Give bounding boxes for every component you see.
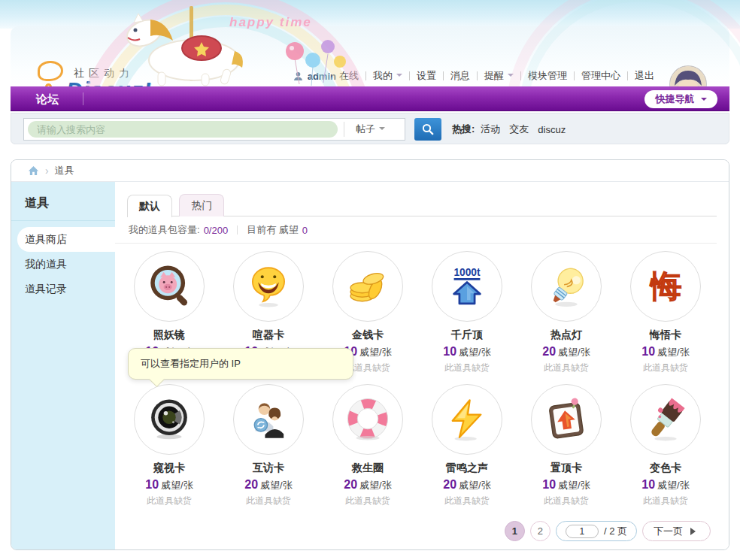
item-button-huiwuka[interactable]: 悔	[630, 251, 701, 322]
item-button-jiushengquan[interactable]	[332, 384, 403, 455]
balance-label: 目前有 威望	[247, 223, 299, 237]
menu-logout[interactable]: 退出	[635, 69, 654, 83]
item-name[interactable]: 雷鸣之声	[417, 462, 517, 475]
next-page-button[interactable]: 下一页	[642, 521, 711, 541]
svg-text:悔: 悔	[649, 269, 681, 304]
item-name[interactable]: 悔悟卡	[616, 328, 715, 342]
regret-character-icon: 悔	[641, 262, 690, 311]
item-price: 20威望/张	[417, 478, 517, 492]
sidebar-title: 道具	[11, 189, 115, 221]
svg-text:1000t: 1000t	[453, 267, 481, 278]
tab-hot[interactable]: 热门	[179, 194, 224, 216]
search-box: 帖子	[23, 118, 405, 141]
sidebar-item-my-items[interactable]: 我的道具	[11, 252, 115, 277]
home-icon[interactable]	[28, 165, 39, 176]
main-body: 道具 道具商店 我的道具 道具记录 默认 热门 我的道具包容量: 0/200 目…	[11, 182, 729, 550]
item-price: 10威望/张	[517, 478, 616, 492]
menu-messages[interactable]: 消息	[450, 69, 470, 83]
hot-link-friends[interactable]: 交友	[509, 123, 529, 136]
main-navbar: 论坛 快捷导航	[11, 86, 729, 111]
breadcrumb-current[interactable]: 道具	[55, 164, 74, 177]
sidebar-item-records[interactable]: 道具记录	[11, 277, 115, 301]
item-name[interactable]: 互访卡	[219, 462, 318, 475]
item-button-kuishika[interactable]	[134, 384, 205, 455]
item-name[interactable]: 窥视卡	[120, 462, 219, 475]
item-name[interactable]: 变色卡	[616, 462, 715, 475]
username-link[interactable]: admin	[308, 71, 336, 82]
quick-nav-button[interactable]: 快捷导航	[644, 90, 717, 108]
item-stock: 此道具缺货	[417, 362, 517, 374]
quick-nav-label: 快捷导航	[655, 93, 694, 104]
header: 社区动力 Discuz! admin 在线 我的 设置 消息 提醒 模块管理 管…	[11, 26, 729, 86]
shop-tabs: 默认 热门	[127, 194, 717, 216]
search-band: 帖子 热搜: 活动 交友 discuz	[11, 113, 729, 144]
search-icon	[422, 123, 434, 135]
sidebar-item-shop[interactable]: 道具商店	[17, 227, 115, 252]
gold-coins-icon	[343, 262, 393, 311]
light-bulb-icon	[541, 262, 591, 311]
item-name[interactable]: 千斤顶	[417, 328, 517, 342]
user-status: 在线	[339, 69, 359, 83]
lightning-bolt-icon	[442, 395, 492, 444]
item-button-qianjinding[interactable]: 1000t	[432, 251, 502, 322]
item-name[interactable]: 置顶卡	[517, 462, 616, 475]
item-card-qianjinding: 1000t 千斤顶 10威望/张 此道具缺货	[417, 251, 517, 374]
item-stock: 此道具缺货	[616, 362, 715, 374]
page-button-2[interactable]: 2	[530, 521, 550, 541]
menu-settings[interactable]: 设置	[417, 69, 436, 83]
shout-bubble-icon	[244, 262, 293, 311]
capacity-value: 0/200	[204, 225, 229, 236]
page-input[interactable]	[566, 525, 599, 538]
info-row: 我的道具包容量: 0/200 目前有 威望 0	[115, 216, 717, 244]
item-button-zhidingka[interactable]	[531, 384, 602, 455]
item-button-jinqianka[interactable]	[332, 251, 403, 322]
pig-mirror-icon	[144, 262, 194, 311]
item-card-jiushengquan: 救生圈 20威望/张 此道具缺货	[318, 384, 417, 507]
item-button-redianDeng[interactable]	[531, 251, 602, 322]
camera-lens-icon	[144, 395, 194, 444]
hot-link-activity[interactable]: 活动	[481, 123, 500, 136]
item-name[interactable]: 金钱卡	[318, 328, 417, 342]
tab-default[interactable]: 默认	[127, 195, 172, 217]
mutual-visit-icon	[244, 395, 293, 444]
item-button-leimingzhisheng[interactable]	[432, 384, 502, 455]
hot-link-discuz[interactable]: discuz	[538, 124, 566, 135]
page-button-1[interactable]: 1	[505, 521, 525, 541]
item-button-hufangka[interactable]	[233, 384, 304, 455]
menu-module-admin[interactable]: 模块管理	[528, 69, 567, 83]
search-button[interactable]	[414, 118, 441, 141]
item-card-kuishika: 窥视卡 10威望/张 此道具缺货	[120, 384, 219, 507]
item-card-bianseka: 变色卡 10威望/张 此道具缺货	[616, 384, 715, 507]
item-button-xuanqika[interactable]	[233, 251, 304, 322]
item-stock: 此道具缺货	[219, 495, 318, 507]
item-stock: 此道具缺货	[417, 495, 517, 507]
menu-my[interactable]: 我的	[373, 69, 393, 83]
caret-down-icon	[701, 98, 707, 104]
item-price: 10威望/张	[616, 478, 715, 492]
item-name[interactable]: 照妖镜	[120, 328, 219, 342]
caret-down-icon	[396, 74, 402, 80]
next-arrow-icon	[690, 528, 699, 535]
search-type-select[interactable]: 帖子	[344, 122, 396, 137]
life-ring-icon	[343, 395, 393, 444]
item-stock: 此道具缺货	[517, 362, 616, 374]
user-links-bar: admin 在线 我的 设置 消息 提醒 模块管理 管理中心 退出	[293, 69, 654, 83]
paint-brush-icon	[641, 395, 690, 444]
item-card-hufangka: 互访卡 20威望/张 此道具缺货	[219, 384, 318, 507]
next-page-label: 下一页	[654, 525, 683, 538]
sky-banner	[0, 0, 740, 29]
item-name[interactable]: 救生圈	[318, 462, 417, 475]
item-name[interactable]: 喧器卡	[219, 328, 318, 342]
breadcrumb-separator: ›	[45, 165, 49, 177]
pin-to-top-icon	[541, 395, 591, 444]
search-input[interactable]	[28, 121, 338, 138]
menu-admin-center[interactable]: 管理中心	[581, 69, 620, 83]
page: happy time 社区动力 Discuz! admin 在线 我的 设置 消…	[0, 0, 740, 560]
item-button-zhaoyaojing[interactable]	[134, 251, 205, 322]
item-button-bianseka[interactable]	[630, 384, 701, 455]
logo-bubble-icon	[38, 61, 63, 81]
jack-1000t-icon: 1000t	[442, 262, 492, 311]
item-name[interactable]: 热点灯	[517, 328, 616, 342]
menu-alerts[interactable]: 提醒	[484, 69, 504, 83]
nav-forum-link[interactable]: 论坛	[36, 86, 59, 111]
